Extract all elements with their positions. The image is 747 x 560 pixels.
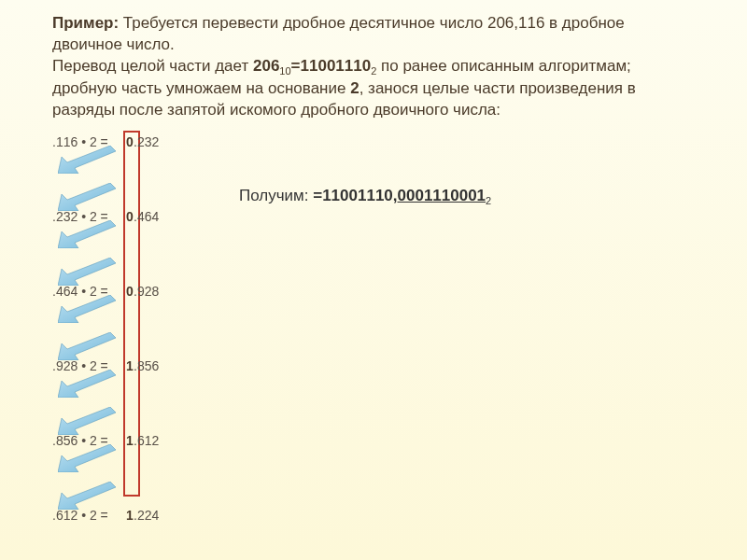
svg-marker-4 <box>58 295 116 323</box>
intro-line2-pre: Перевод целой части дает <box>52 57 253 75</box>
svg-marker-5 <box>58 332 116 360</box>
result-label: Получим: <box>239 187 313 204</box>
flow-arrow-icon <box>58 407 116 435</box>
flow-arrow-icon <box>58 444 116 472</box>
svg-marker-9 <box>58 482 116 510</box>
calc-lhs: .464 • 2 = <box>52 284 112 299</box>
intro-line1: Требуется перевести дробное десятичное ч… <box>52 14 625 53</box>
eq-sign: = <box>291 57 301 75</box>
flow-arrow-icon <box>58 482 116 510</box>
calc-frac: .928 <box>134 284 159 299</box>
result-frac: 0001110001 <box>398 187 486 204</box>
calc-int-digit: 1 <box>126 358 134 373</box>
intro-paragraph: Пример: Требуется перевести дробное деся… <box>52 13 695 121</box>
calc-int-digit: 0 <box>126 134 134 149</box>
svg-marker-6 <box>58 370 116 398</box>
calc-frac: .464 <box>134 209 159 224</box>
calc-lhs: .116 • 2 = <box>52 134 112 149</box>
result-sub: 2 <box>486 195 491 206</box>
svg-marker-8 <box>58 444 116 472</box>
calc-frac: .856 <box>134 358 159 373</box>
svg-marker-2 <box>58 220 116 248</box>
calc-frac: .232 <box>134 134 159 149</box>
calc-int-digit: 0 <box>126 209 134 224</box>
calc-frac: .224 <box>134 508 159 523</box>
svg-marker-1 <box>58 183 116 211</box>
svg-marker-3 <box>58 258 116 286</box>
calc-int-digit: 1 <box>126 508 134 523</box>
result-int: 11001110 <box>322 187 393 204</box>
flow-arrow-icon <box>58 332 116 360</box>
calc-int-digit: 0 <box>126 284 134 299</box>
int-bin: 11001110 <box>301 57 372 75</box>
calc-lhs: .856 • 2 = <box>52 433 112 448</box>
base-two: 2 <box>350 79 359 97</box>
result-eq: = <box>313 187 322 204</box>
calc-lhs: .232 • 2 = <box>52 209 112 224</box>
flow-arrow-icon <box>58 220 116 248</box>
flow-arrow-icon <box>58 183 116 211</box>
calc-frac: .612 <box>134 433 159 448</box>
calc-int-digit: 1 <box>126 433 134 448</box>
calculation-area: .116 • 2 = 0.232.232 • 2 = 0.464.464 • 2… <box>52 134 695 526</box>
int-dec: 206 <box>253 57 279 75</box>
svg-marker-7 <box>58 407 116 435</box>
flow-arrow-icon <box>58 295 116 323</box>
calc-lhs: .612 • 2 = <box>52 508 112 523</box>
flow-arrow-icon <box>58 258 116 286</box>
svg-marker-0 <box>58 146 116 174</box>
example-label: Пример: <box>52 14 119 32</box>
flow-arrow-icon <box>58 370 116 398</box>
flow-arrow-icon <box>58 146 116 174</box>
int-dec-sub: 10 <box>279 65 290 77</box>
slide-page: Пример: Требуется перевести дробное деся… <box>0 0 747 560</box>
result-line: Получим: =11001110,00011100012 <box>239 187 491 206</box>
calc-lhs: .928 • 2 = <box>52 358 112 373</box>
